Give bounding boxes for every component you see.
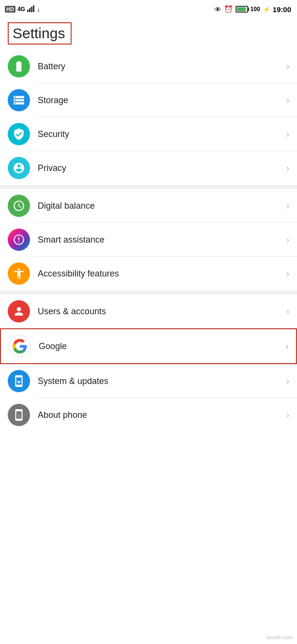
svg-rect-2 [31,7,32,12]
storage-label: Storage [38,95,286,106]
svg-rect-1 [29,8,30,12]
charging-icon: ⚡ [263,6,270,13]
security-label: Security [38,129,286,139]
digital-balance-icon-circle [8,195,30,217]
google-chevron: › [285,341,288,352]
google-icon-circle [9,335,31,357]
settings-item-digital-balance[interactable]: Digital balance › [0,189,297,223]
battery-label: Battery [38,61,286,72]
svg-rect-0 [27,10,29,12]
battery-icon-circle [8,55,30,77]
settings-group-2: Digital balance › Smart assistance › Acc… [0,189,297,291]
settings-item-privacy[interactable]: Privacy › [0,151,297,185]
signal-bars [27,5,35,14]
digital-balance-chevron: › [286,201,289,211]
hd-badge: HD [5,6,15,13]
system-updates-label: System & updates [38,376,286,386]
settings-group-3: Users & accounts › Google › System [0,294,297,432]
status-bar: HD 4G ↓ 👁 ⏰ 100 ⚡ 19:00 [0,0,297,18]
settings-item-google[interactable]: Google › [0,328,297,364]
accessibility-chevron: › [286,269,289,279]
google-label: Google [39,341,285,352]
status-time: 19:00 [273,5,291,14]
system-updates-icon-circle [8,370,30,392]
settings-item-battery[interactable]: Battery › [0,49,297,83]
signal-4g: 4G [17,6,25,13]
watermark: wsxdn.com [267,634,293,640]
settings-group-1: Battery › Storage › Security › Privacy › [0,49,297,185]
about-phone-chevron: › [286,410,289,420]
battery-chevron: › [286,61,289,72]
users-accounts-icon-circle [8,300,30,322]
accessibility-icon-circle [8,262,30,285]
settings-item-storage[interactable]: Storage › [0,83,297,117]
status-right: 👁 ⏰ 100 ⚡ 19:00 [214,5,291,14]
privacy-label: Privacy [38,163,286,173]
system-updates-chevron: › [286,376,289,386]
storage-icon-circle [8,89,30,111]
about-phone-label: About phone [38,410,286,420]
download-arrow: ↓ [37,5,40,13]
smart-assistance-chevron: › [286,235,289,245]
smart-assistance-icon-circle [8,229,30,251]
settings-item-about-phone[interactable]: About phone › [0,398,297,432]
separator-1 [0,185,297,189]
settings-item-security[interactable]: Security › [0,117,297,151]
battery-level [236,6,248,13]
accessibility-label: Accessibility features [38,269,286,279]
security-chevron: › [286,129,289,139]
users-accounts-chevron: › [286,307,289,317]
settings-item-smart-assistance[interactable]: Smart assistance › [0,223,297,257]
page-title: Settings [13,25,65,41]
alarm-icon: ⏰ [224,5,233,14]
settings-item-users-accounts[interactable]: Users & accounts › [0,294,297,328]
about-phone-icon-circle [8,404,30,426]
status-left: HD 4G ↓ [5,5,40,14]
users-accounts-label: Users & accounts [38,307,286,317]
eye-icon: 👁 [214,5,222,14]
settings-item-system-updates[interactable]: System & updates › [0,364,297,398]
battery-pct: 100 [251,6,260,13]
svg-rect-3 [33,5,34,12]
smart-assistance-label: Smart assistance [38,235,286,245]
separator-2 [0,291,297,294]
privacy-icon-circle [8,157,30,179]
settings-list: Battery › Storage › Security › Privacy › [0,49,297,432]
settings-item-accessibility[interactable]: Accessibility features › [0,257,297,291]
privacy-chevron: › [286,163,289,173]
security-icon-circle [8,123,30,145]
storage-chevron: › [286,95,289,106]
digital-balance-label: Digital balance [38,201,286,211]
